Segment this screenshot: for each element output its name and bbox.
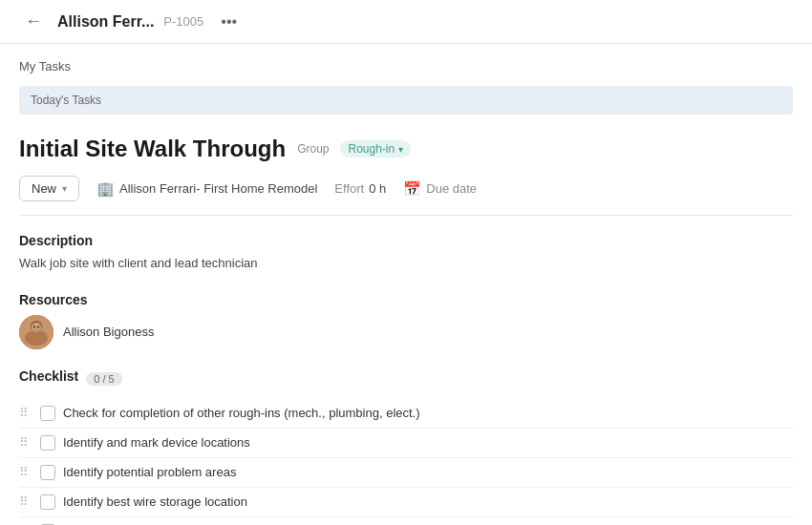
description-title: Description [19,233,793,248]
due-date-meta[interactable]: 📅 Due date [403,180,477,198]
effort-value: 0 h [369,181,386,196]
tasks-label: My Tasks [19,59,71,74]
task-title: Initial Site Walk Through [19,136,286,162]
today-tasks-bar[interactable]: Today's Tasks [19,86,793,115]
description-text: Walk job site with client and lead techn… [19,254,793,273]
task-title-row: Initial Site Walk Through Group Rough-in… [19,136,793,162]
top-nav: ← Allison Ferr... P-1005 ••• [0,0,812,44]
checklist-checkbox[interactable] [40,435,55,451]
more-button[interactable]: ••• [215,11,243,32]
status-label: New [32,181,56,196]
main-content: Initial Site Walk Through Group Rough-in… [0,120,812,525]
resources-section: Resources Allison Bigoness [19,292,793,349]
group-tag[interactable]: Rough-in ▾ [340,140,411,158]
checklist-title: Checklist [19,368,78,384]
tasks-header: My Tasks [0,44,812,80]
effort-label: Effort [334,181,364,196]
svg-point-5 [25,330,48,346]
project-id: P-1005 [163,14,203,29]
status-button[interactable]: New ▾ [19,176,79,201]
avatar [19,315,53,349]
group-label: Group [297,142,329,156]
due-date-label: Due date [426,181,477,196]
checklist-header: Checklist 0 / 5 [19,368,793,389]
checklist-count: 0 / 5 [86,372,121,386]
nav-title: Allison Ferr... [57,13,154,31]
checklist-item-text: Identify potential problem areas [63,465,236,479]
group-tag-text: Rough-in [348,142,395,156]
description-section: Description Walk job site with client an… [19,233,793,273]
checklist-item: ⠿Check for completion of other rough-ins… [19,399,793,429]
assignee-meta: 🏢 Allison Ferrari- First Home Remodel [96,180,317,198]
checklist-item-text: Identify and mark device locations [63,435,250,450]
status-dropdown-icon: ▾ [62,183,67,194]
checklist-list: ⠿Check for completion of other rough-ins… [19,399,793,526]
checklist-item-text: Check for completion of other rough-ins … [63,406,420,420]
checklist-checkbox[interactable] [40,494,55,510]
drag-handle-icon[interactable]: ⠿ [19,494,32,509]
svg-point-8 [37,326,39,328]
checklist-checkbox[interactable] [40,465,55,480]
task-meta-row: New ▾ 🏢 Allison Ferrari- First Home Remo… [19,176,793,216]
checklist-item: ⠿Identify and mark device locations [19,429,793,458]
chevron-down-icon: ▾ [398,144,403,155]
resource-item: Allison Bigoness [19,315,793,349]
calendar-icon: 📅 [403,180,421,198]
avatar-svg [19,315,53,349]
resource-name: Allison Bigoness [63,325,154,339]
checklist-item: ⠿Identify potential problem areas [19,458,793,488]
drag-handle-icon[interactable]: ⠿ [19,435,32,450]
assignee-text: Allison Ferrari- First Home Remodel [119,181,317,196]
checklist-section: Checklist 0 / 5 ⠿Check for completion of… [19,368,793,526]
drag-handle-icon[interactable]: ⠿ [19,465,32,479]
checklist-item: ⠿Identify best wire storage location [19,488,793,517]
checklist-checkbox[interactable] [40,406,55,421]
building-icon: 🏢 [96,180,115,198]
resources-title: Resources [19,292,793,307]
svg-point-7 [33,326,35,328]
checklist-item-text: Identify best wire storage location [63,494,247,509]
drag-handle-icon[interactable]: ⠿ [19,406,32,420]
effort-meta: Effort 0 h [334,181,386,196]
back-button[interactable]: ← [19,10,48,33]
checklist-item: ⠿Layout primary wire paths [19,517,793,526]
